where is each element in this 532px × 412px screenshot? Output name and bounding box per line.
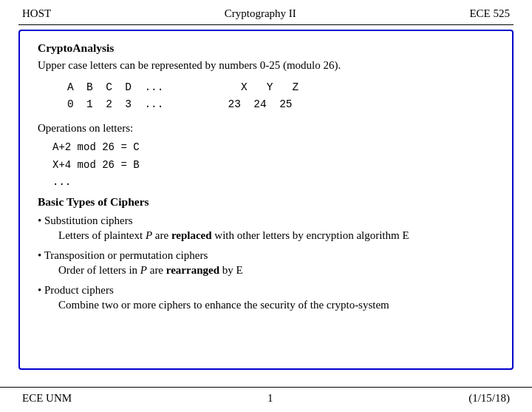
cipher1-text2: are [152,229,171,241]
header-right: ECE 525 [469,7,510,20]
header-center: Cryptography II [225,7,296,20]
footer-right: (1/15/18) [468,392,510,405]
footer: ECE UNM 1 (1/15/18) [0,387,532,412]
header-divider [18,24,514,25]
cipher2-desc: Order of letters in P are rearranged by … [58,264,494,277]
cipher1-item: • Substitution ciphers Letters of plaint… [38,215,494,242]
cipher1-bullet: • Substitution ciphers [38,215,494,227]
footer-center: 1 [267,392,273,405]
cipher1-italic: P [146,229,152,241]
cipher1-desc: Letters of plaintext P are replaced with… [58,229,494,242]
number-row1: 0 1 2 3 ... 23 24 25 [67,96,494,113]
cipher1-text1: Letters of plaintext [58,229,146,241]
op2: X+4 mod 26 = B [52,157,494,175]
section2-title: Basic Types of Ciphers [38,195,494,209]
ellipsis: ... [52,176,494,188]
section1-title: CryptoAnalysis [38,41,494,55]
header: HOST Cryptography II ECE 525 [0,0,532,24]
letter-row1: A B C D ... X Y Z [67,79,494,96]
cipher3-item: • Product ciphers Combine two or more ci… [38,284,494,311]
cipher2-text3: by E [219,264,243,276]
intro-text: Upper case letters can be represented by… [38,59,494,72]
cipher1-bold: replaced [171,229,212,241]
cipher2-text2: are [147,264,166,276]
cipher2-italic: P [140,264,147,276]
cipher3-bullet: • Product ciphers [38,284,494,297]
letter-row: A B C D ... X Y Z 0 1 2 3 ... 23 24 25 [67,79,494,113]
content-box: CryptoAnalysis Upper case letters can be… [18,30,514,370]
cipher2-text1: Order of letters in [58,264,140,276]
footer-left: ECE UNM [22,392,72,405]
header-left: HOST [22,7,51,20]
cipher2-bullet: • Transposition or permutation ciphers [38,249,494,262]
cipher1-text3: with other letters by encryption algorit… [212,229,409,241]
cipher3-desc: Combine two or more ciphers to enhance t… [58,299,494,311]
ops-label: Operations on letters: [38,122,494,135]
cipher2-bold: rearranged [166,264,219,276]
op1: A+2 mod 26 = C [52,139,494,157]
code-block: A+2 mod 26 = C X+4 mod 26 = B [52,139,494,175]
cipher2-item: • Transposition or permutation ciphers O… [38,249,494,277]
